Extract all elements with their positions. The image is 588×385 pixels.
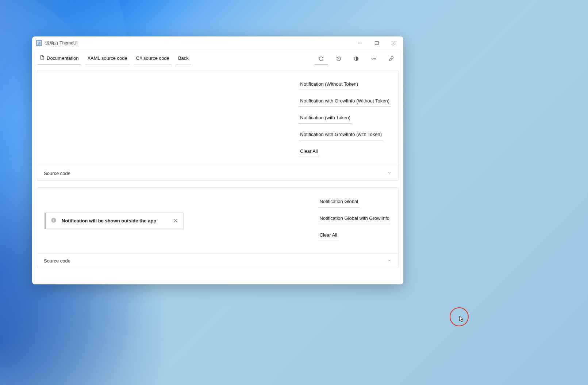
svg-text:源: 源 <box>37 41 41 45</box>
info-icon <box>51 217 57 224</box>
svg-point-7 <box>372 58 373 59</box>
panel-actions: Notification (Without Token) Notificatio… <box>299 79 391 157</box>
info-alert: Notification will be shown outside the a… <box>45 213 184 229</box>
source-code-expander[interactable]: Source code <box>37 166 398 180</box>
maximize-button[interactable] <box>368 37 385 49</box>
tab-label: Documentation <box>47 55 78 61</box>
tab-label: Back <box>178 55 189 61</box>
btn-notification-growlinfo-without-token[interactable]: Notification with GrowlInfo (Without Tok… <box>299 96 391 107</box>
app-window: 源 源动力 ThemeUI Documentation XAML source … <box>32 36 403 284</box>
source-code-expander[interactable]: Source code <box>37 253 398 268</box>
panel-notification-local: Notification (Without Token) Notificatio… <box>37 70 399 181</box>
panel-left: Notification will be shown outside the a… <box>45 197 318 245</box>
btn-notification-global-growlinfo[interactable]: Notification Global with GrowlInfo <box>318 213 391 224</box>
svg-rect-12 <box>53 219 54 219</box>
panel-left <box>45 79 299 157</box>
history-icon[interactable] <box>332 54 345 65</box>
panel-actions: Notification Global Notification Global … <box>318 197 391 245</box>
link-icon[interactable] <box>367 54 380 65</box>
chevron-down-icon <box>387 171 392 176</box>
content-scroll[interactable]: Notification (Without Token) Notificatio… <box>35 65 401 282</box>
window-title: 源动力 ThemeUI <box>45 40 78 46</box>
tab-xaml-source[interactable]: XAML source code <box>85 53 129 65</box>
app-icon: 源 <box>36 40 42 46</box>
chain-icon[interactable] <box>385 54 398 65</box>
alert-close-button[interactable] <box>173 217 178 224</box>
svg-rect-3 <box>375 42 378 45</box>
titlebar: 源 源动力 ThemeUI <box>32 36 403 50</box>
alert-text: Notification will be shown outside the a… <box>62 218 156 223</box>
chevron-down-icon <box>387 258 392 264</box>
btn-clear-all-global[interactable]: Clear All <box>318 230 339 241</box>
close-button[interactable] <box>385 37 402 49</box>
btn-notification-global[interactable]: Notification Global <box>318 197 360 207</box>
expander-label: Source code <box>44 171 70 176</box>
expander-label: Source code <box>44 258 70 264</box>
tab-back[interactable]: Back <box>176 53 191 65</box>
tab-documentation[interactable]: Documentation <box>38 53 81 65</box>
btn-notification-without-token[interactable]: Notification (Without Token) <box>299 79 360 90</box>
svg-rect-11 <box>53 219 54 221</box>
btn-notification-growlinfo-with-token[interactable]: Notification with GrowlInfo (with Token) <box>299 129 383 140</box>
tab-csharp-source[interactable]: C# source code <box>134 53 172 65</box>
cursor-highlight-ring <box>450 307 469 326</box>
cursor-icon <box>459 316 464 324</box>
client-area: Documentation XAML source code C# source… <box>34 50 401 282</box>
toolbar: Documentation XAML source code C# source… <box>35 50 401 65</box>
tab-label: C# source code <box>136 55 169 61</box>
svg-point-8 <box>374 58 376 59</box>
panel-notification-global: Notification will be shown outside the a… <box>37 187 399 268</box>
minimize-button[interactable] <box>351 37 368 49</box>
document-icon <box>40 55 45 61</box>
refresh-icon[interactable] <box>315 54 328 65</box>
btn-clear-all[interactable]: Clear All <box>299 146 319 157</box>
btn-notification-with-token[interactable]: Notification (with Token) <box>299 113 352 124</box>
tab-label: XAML source code <box>87 55 127 61</box>
contrast-icon[interactable] <box>350 54 363 65</box>
